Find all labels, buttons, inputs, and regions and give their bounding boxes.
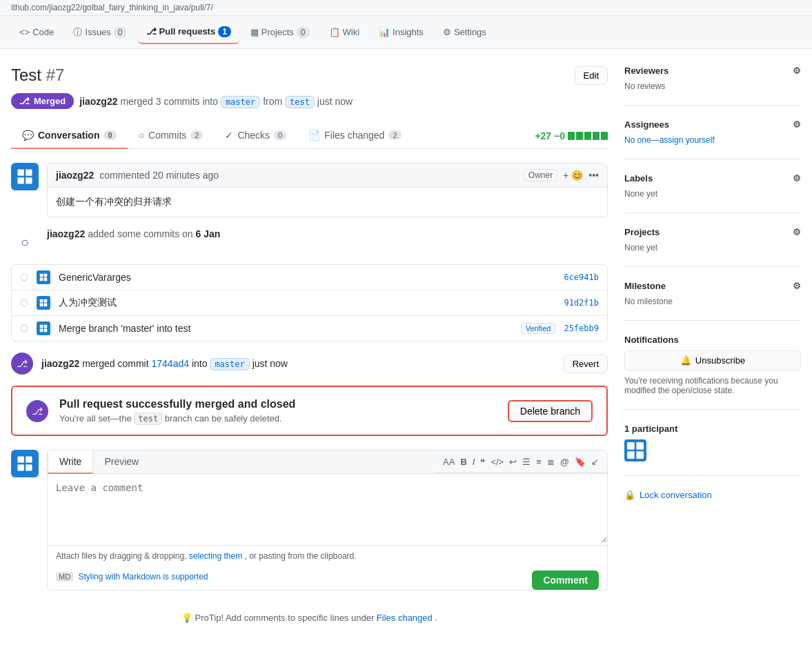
emoji-reaction-button[interactable]: + 😊 [563, 170, 583, 181]
commit-sha-2[interactable]: 91d2f1b [564, 298, 599, 308]
commenter-avatar [11, 163, 39, 190]
merge-commit-link[interactable]: 1744ad4 [152, 358, 190, 369]
heading-button[interactable]: AA [443, 457, 455, 467]
test-branch-code: test [134, 413, 162, 425]
svg-rect-6 [40, 278, 43, 281]
svg-rect-14 [40, 329, 43, 333]
svg-rect-12 [40, 325, 43, 328]
comment-actions: Owner + 😊 ••• [524, 169, 599, 181]
revert-button[interactable]: Revert [564, 355, 608, 373]
base-branch[interactable]: master [221, 96, 260, 108]
commit-msg-1: GenericVararges [59, 272, 555, 283]
svg-rect-16 [18, 457, 24, 463]
comment-textarea[interactable] [48, 474, 607, 543]
markdown-link[interactable]: Styling with Markdown is supported [78, 572, 208, 582]
commit-msg-3: Merge branch 'master' into test [59, 323, 513, 334]
projects-gear-icon[interactable]: ⚙ [793, 227, 801, 237]
bold-button[interactable]: B [460, 457, 466, 467]
commit-sha-3[interactable]: 25febb9 [564, 324, 599, 333]
commit-avatar-2 [37, 296, 50, 310]
svg-rect-3 [26, 177, 32, 183]
edit-button[interactable]: Edit [575, 66, 608, 85]
commit-sha-1[interactable]: 6ce941b [564, 272, 599, 282]
tab-conversation[interactable]: 💬 Conversation 0 [11, 123, 128, 149]
nav-wiki[interactable]: 📋 Wiki [321, 21, 368, 43]
merged-banner-text: Pull request successfully merged and clo… [59, 398, 295, 424]
merged-banner-inner: ⎇ Pull request successfully merged and c… [26, 398, 295, 424]
list-button[interactable]: ☰ [522, 457, 531, 467]
main-content: Test #7 Edit ⎇ Merged jiaozg22 merged 3 … [11, 66, 608, 634]
ordered-list-button[interactable]: ≡ [536, 457, 542, 467]
task-list-button[interactable]: ≣ [547, 457, 555, 467]
milestone-section: Milestone ⚙ No milestone [624, 281, 801, 321]
selecting-them-link[interactable]: selecting them [189, 551, 242, 561]
svg-rect-18 [18, 464, 24, 470]
issues-icon: ⓘ [73, 26, 82, 39]
write-tabs: Write Preview AA B I ❝ </> ↩ ☰ ≡ ≣ @ [48, 450, 607, 474]
diff-block-4 [593, 132, 600, 140]
projects-section: Projects ⚙ None yet [624, 227, 801, 267]
tab-checks[interactable]: ✓ Checks 0 [214, 123, 297, 149]
mention-button[interactable]: @ [560, 457, 569, 467]
code-button[interactable]: </> [491, 457, 504, 467]
comment-menu-button[interactable]: ••• [588, 170, 599, 181]
lightbulb-icon: 💡 [181, 613, 192, 623]
preview-tab[interactable]: Preview [93, 450, 150, 474]
italic-button[interactable]: I [473, 457, 475, 467]
projects-header: Projects ⚙ [624, 227, 801, 237]
diff-stats: +27 −0 [535, 130, 608, 141]
comment-submit-button[interactable]: Comment [532, 570, 599, 590]
comment-thread: jiaozg22 commented 20 minutes ago Owner … [11, 163, 608, 217]
reviewers-gear-icon[interactable]: ⚙ [793, 66, 801, 76]
commit-item-1: GenericVararges 6ce941b [12, 265, 607, 290]
milestone-gear-icon[interactable]: ⚙ [793, 281, 801, 291]
comment-body: 创建一个有冲突的归并请求 [48, 188, 607, 217]
assign-yourself-link[interactable]: No one—assign yourself [624, 135, 715, 145]
reviewers-header: Reviewers ⚙ [624, 66, 801, 76]
tab-files-changed[interactable]: 📄 Files changed 2 [297, 123, 412, 149]
reviewers-value: No reviews [624, 81, 801, 91]
commits-added-icon: ○ [11, 228, 39, 256]
merged-banner-icon: ⎇ [26, 400, 48, 422]
url-text: ithub.com/jiaozg22/golbal_fairy_thinking… [11, 3, 213, 12]
nav-issues[interactable]: ⓘ Issues 0 [65, 21, 135, 44]
write-tabs-spacer [150, 450, 435, 473]
notifications-text: You're receiving notifications because y… [624, 376, 801, 395]
nav-code[interactable]: <> Code [11, 21, 62, 43]
lock-conversation-button[interactable]: 🔒 Lock conversation [624, 490, 801, 500]
write-comment-thread: Write Preview AA B I ❝ </> ↩ ☰ ≡ ≣ @ [11, 450, 608, 591]
milestone-value: No milestone [624, 297, 801, 306]
diff-block-5 [601, 132, 608, 140]
labels-gear-icon[interactable]: ⚙ [793, 173, 801, 183]
commit-avatar-3 [37, 321, 50, 335]
tab-commits[interactable]: ○ Commits 2 [128, 123, 215, 149]
commits-icon: ○ [139, 130, 144, 141]
svg-rect-23 [636, 451, 644, 459]
comment-author[interactable]: jiaozg22 [56, 170, 94, 181]
participant-avatar-1[interactable] [624, 439, 646, 462]
assignees-gear-icon[interactable]: ⚙ [793, 119, 801, 130]
quote-button[interactable]: ❝ [480, 457, 485, 467]
write-tab[interactable]: Write [48, 450, 93, 474]
comment-write-box: Write Preview AA B I ❝ </> ↩ ☰ ≡ ≣ @ [47, 450, 608, 591]
main-container: Test #7 Edit ⎇ Merged jiaozg22 merged 3 … [0, 49, 812, 645]
head-branch[interactable]: test [285, 96, 315, 108]
nav-pull-requests[interactable]: ⎇ Pull requests 1 [138, 21, 239, 44]
format-button[interactable]: ↙ [591, 457, 599, 467]
svg-rect-21 [636, 442, 644, 450]
merged-banner-desc: You're all set—the test branch can be sa… [59, 413, 295, 424]
nav-insights[interactable]: 📊 Insights [370, 21, 432, 43]
bookmark-button[interactable]: 🔖 [575, 457, 586, 467]
bell-icon: 🔔 [680, 355, 691, 366]
user-avatar-icon [15, 167, 34, 186]
nav-settings[interactable]: ⚙ Settings [435, 21, 495, 43]
url-bar: ithub.com/jiaozg22/golbal_fairy_thinking… [0, 0, 812, 16]
files-changed-link[interactable]: Files changed [377, 613, 433, 623]
delete-branch-button[interactable]: Delete branch [508, 400, 593, 422]
merge-target-branch[interactable]: master [210, 358, 249, 370]
lock-section: 🔒 Lock conversation [624, 490, 801, 514]
link-button[interactable]: ↩ [509, 457, 517, 467]
svg-rect-19 [26, 464, 32, 470]
nav-projects[interactable]: ▦ Projects 0 [242, 21, 318, 43]
unsubscribe-button[interactable]: 🔔 Unsubscribe [624, 350, 801, 370]
